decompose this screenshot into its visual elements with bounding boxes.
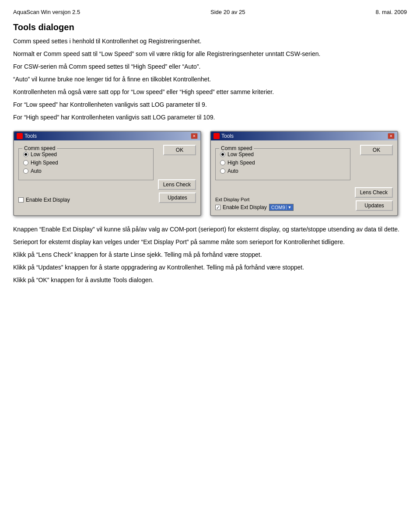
dialog-2-auto-radio[interactable] xyxy=(220,168,225,174)
dialog-1-ext-display-checkbox[interactable] xyxy=(18,197,24,203)
dialog-1-title: Tools xyxy=(24,133,37,139)
dialog-2-low-speed-radio[interactable] xyxy=(220,152,225,157)
tools-icon xyxy=(17,133,23,139)
dialog-2-right: OK Lens Check Updates xyxy=(355,145,393,211)
dialog-2-high-speed-row[interactable]: High Speed xyxy=(220,160,346,166)
dialog-1-ext-display-section: Enable Ext Display xyxy=(18,197,154,203)
dialog-2-low-speed-row[interactable]: Low Speed xyxy=(220,151,346,157)
dialog-2-ext-display-port-label-row: Ext Display Port xyxy=(215,197,350,202)
dialogs-container: Tools ✕ Comm speed Low Speed High Speed xyxy=(13,131,407,216)
dialog-1-high-speed-label: High Speed xyxy=(31,160,58,166)
dialog-1-updates-button[interactable]: Updates xyxy=(159,192,196,203)
dialog-1-content: Comm speed Low Speed High Speed Auto xyxy=(18,145,196,203)
dialog-1-high-speed-row[interactable]: High Speed xyxy=(23,160,149,166)
app-name: AquaScan Win versjon 2.5 xyxy=(13,9,80,15)
paragraph-6: For “Low speed” har Kontrollenheten vanl… xyxy=(13,100,407,109)
dialog-1-body: Comm speed Low Speed High Speed Auto xyxy=(14,140,200,207)
footer-paragraph-4: Klikk på “Updates” knappen for å starte … xyxy=(13,263,407,272)
dialog-2-auto-label: Auto xyxy=(228,168,238,174)
dialog-1-left: Comm speed Low Speed High Speed Auto xyxy=(18,145,154,203)
dialog-1-low-speed-row[interactable]: Low Speed xyxy=(23,151,149,157)
dialog-2-left: Comm speed Low Speed High Speed Auto xyxy=(215,145,350,211)
page-title: Tools dialogen xyxy=(13,22,407,32)
tools-icon-2 xyxy=(214,133,220,139)
dialog-1-auto-label: Auto xyxy=(31,168,42,174)
dialog-2-ext-display-checkbox[interactable] xyxy=(215,205,220,210)
dialog-1-high-speed-radio[interactable] xyxy=(23,160,28,165)
paragraph-3: For CSW-serien må Comm speed settes til … xyxy=(13,62,407,71)
dialog-2-comm-speed-group: Comm speed Low Speed High Speed Auto xyxy=(215,148,350,180)
dialog-2-ext-display-section: Ext Display Port Enable Ext Display COM9… xyxy=(215,197,350,211)
tools-dialog-1: Tools ✕ Comm speed Low Speed High Speed xyxy=(13,131,201,216)
dialog-2-comm-speed-label: Comm speed xyxy=(219,145,254,151)
footer-paragraph-1: Knappen “Enable Ext Display” vil kunne s… xyxy=(13,225,407,234)
dialog-2-ext-display-row[interactable]: Enable Ext Display COM9 ▼ xyxy=(215,204,350,211)
dialog-1-low-speed-label: Low Speed xyxy=(31,151,57,157)
page-header: AquaScan Win versjon 2.5 Side 20 av 25 8… xyxy=(13,9,407,15)
dialog-1-ext-display-row[interactable]: Enable Ext Display xyxy=(18,197,154,203)
dialog-2-body: Comm speed Low Speed High Speed Auto xyxy=(211,140,397,215)
dialog-2-ext-display-label: Enable Ext Display xyxy=(223,204,267,210)
dialog-2-ok-button[interactable]: OK xyxy=(360,145,393,155)
dialog-2-com-port-select[interactable]: COM9 ▼ xyxy=(269,204,294,211)
paragraph-1: Comm speed settes i henhold til Kontroll… xyxy=(13,37,407,46)
dialog-1-titlebar: Tools ✕ xyxy=(14,132,200,140)
dialog-2-com-port-value: COM9 xyxy=(271,205,285,210)
dialog-1-auto-row[interactable]: Auto xyxy=(23,168,149,174)
dialog-2-content: Comm speed Low Speed High Speed Auto xyxy=(215,145,393,211)
dialog-1-ok-button[interactable]: OK xyxy=(163,145,196,155)
footer-paragraph-3: Klikk på “Lens Check” knappen for å star… xyxy=(13,250,407,259)
dialog-2-auto-row[interactable]: Auto xyxy=(220,168,346,174)
dialog-2-close-button[interactable]: ✕ xyxy=(388,133,395,139)
dialog-2-low-speed-label: Low Speed xyxy=(228,151,254,157)
dialog-2-lens-check-button[interactable]: Lens Check xyxy=(355,187,393,198)
dialog-1-title-left: Tools xyxy=(17,133,37,139)
paragraph-7: For “High speed” har Kontrollenheten van… xyxy=(13,113,407,122)
page-info: Side 20 av 25 xyxy=(210,9,245,15)
dialog-2-title: Tools xyxy=(221,133,234,139)
dialog-2-updates-button[interactable]: Updates xyxy=(356,200,393,211)
dialog-1-lens-check-button[interactable]: Lens Check xyxy=(158,179,196,190)
dropdown-arrow-icon: ▼ xyxy=(286,205,292,210)
dialog-2-titlebar: Tools ✕ xyxy=(211,132,397,140)
date: 8. mai. 2009 xyxy=(375,9,407,15)
dialog-1-auto-radio[interactable] xyxy=(23,168,28,174)
paragraph-2: Normalt er Comm speed satt til “Low Spee… xyxy=(13,49,407,59)
paragraph-4: “Auto” vil kunne bruke noe lenger tid fo… xyxy=(13,75,407,84)
dialog-2-high-speed-radio[interactable] xyxy=(220,160,225,165)
dialog-2-ext-display-port-label: Ext Display Port xyxy=(215,197,249,202)
dialog-1-close-button[interactable]: ✕ xyxy=(191,133,198,139)
dialog-1-ext-display-label: Enable Ext Display xyxy=(26,197,70,203)
dialog-1-comm-speed-label: Comm speed xyxy=(22,145,57,151)
paragraph-5: Kontrollenheten må også være satt opp fo… xyxy=(13,87,407,97)
tools-dialog-2: Tools ✕ Comm speed Low Speed High Speed xyxy=(210,131,398,216)
dialog-1-right: OK Lens Check Updates xyxy=(158,145,196,203)
dialog-2-high-speed-label: High Speed xyxy=(228,160,255,166)
footer-paragraph-5: Klikk på “OK” knappen for å avslutte Too… xyxy=(13,276,407,285)
dialog-2-title-left: Tools xyxy=(214,133,234,139)
footer-paragraph-2: Serieport for eksternt display kan velge… xyxy=(13,238,407,247)
dialog-1-comm-speed-group: Comm speed Low Speed High Speed Auto xyxy=(18,148,154,180)
dialog-1-low-speed-radio[interactable] xyxy=(23,152,28,157)
